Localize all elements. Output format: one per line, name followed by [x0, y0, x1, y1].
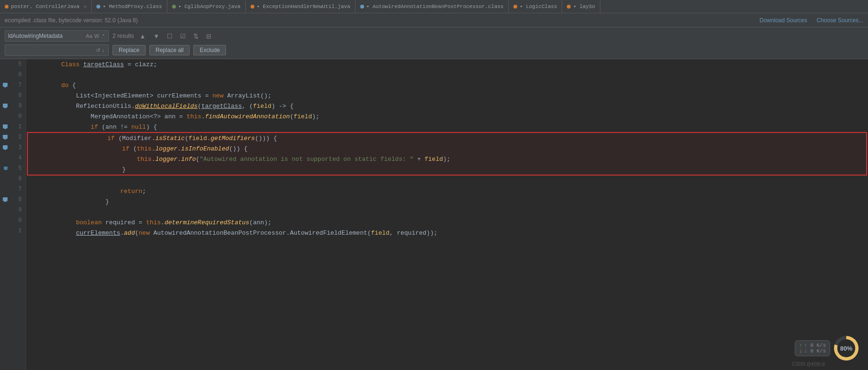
tab-controller[interactable]: poster. ControllerJava ✕: [0, 0, 92, 13]
exclude-button[interactable]: Exclude: [193, 45, 226, 55]
code-line-9: ReflectionUtils.doWithLocalFields(target…: [26, 101, 868, 111]
watermark: CSDN @程咬业: [792, 361, 825, 368]
replace-row: ↺ ↓ Replace Replace all Exclude: [5, 44, 863, 56]
line-num-21: 1: [0, 226, 26, 236]
line-num-13: 3: [0, 142, 26, 153]
line-num-12: 2: [0, 132, 26, 142]
code-line-5: Class targetClass = clazz;: [26, 59, 868, 70]
line-num-19: 9: [0, 205, 26, 215]
code-line-12: if (Modifier.isStatic(field.getModifiers…: [28, 133, 866, 143]
tab-dot: [5, 5, 9, 9]
line-num-15: 5: [0, 163, 26, 174]
download-speed-row: ↓ ↓ 0 K/s: [799, 348, 826, 354]
tab-methodproxy[interactable]: ▪ MethodProxy.class: [92, 0, 167, 13]
progress-value: 80%: [837, 339, 855, 357]
gutter: 5 6 7 8 9 0 1 2: [0, 59, 26, 370]
bookmark-icon: [3, 83, 8, 88]
line-num-18: 8: [0, 194, 26, 205]
code-line-20: boolean required = this.determineRequire…: [26, 217, 868, 228]
sort-btn[interactable]: ⇅: [191, 32, 200, 41]
line-num-8: 8: [0, 90, 26, 101]
search-row: Aa W .* 2 results ▲ ▼ ☐ ☑ ⇅ ⊟: [5, 30, 863, 42]
code-line-19: [26, 207, 868, 217]
bookmark-icon: [3, 145, 8, 150]
tab-label: ▪ laySo: [573, 4, 595, 9]
line-num-14: 4: [0, 153, 26, 163]
bookmark-icon: [3, 197, 8, 202]
line-num-7: 7: [0, 80, 26, 90]
upload-speed: ↑ 0 K/s: [804, 343, 826, 348]
upload-arrow-icon: ↑: [799, 343, 802, 348]
tab-dot: [172, 5, 176, 9]
bookmark-icon: [3, 135, 8, 140]
filter-btn[interactable]: ⊟: [204, 32, 213, 41]
tab-exception[interactable]: ▪ ExceptionHandlerNewUtil.java: [246, 0, 356, 13]
line-num-5: 5: [0, 59, 26, 70]
replace-field-container: ↺ ↓: [5, 44, 109, 56]
tab-autowired[interactable]: ▪ AutowiredAnnotationBeanPostProcessor.c…: [356, 0, 509, 13]
code-line-7: do {: [26, 80, 868, 90]
info-bar-actions: Download Sources Choose Sources...: [760, 17, 863, 24]
code-line-16: [26, 176, 868, 186]
results-count: 2 results: [113, 33, 134, 39]
download-arrow-icon: ↓: [799, 348, 802, 354]
tab-close[interactable]: ✕: [84, 4, 87, 9]
tab-dot: [567, 5, 571, 9]
replace-filter-btn[interactable]: ↓: [101, 47, 106, 53]
tab-cglib[interactable]: ▪ CglibAopProxy.java: [167, 0, 246, 13]
bottom-widget: ↑ ↑ 0 K/s ↓ ↓ 0 K/s 80%: [795, 336, 859, 361]
regex-btn[interactable]: .*: [100, 33, 105, 39]
code-line-10: MergedAnnotation<?> ann = this.findAutow…: [26, 111, 868, 122]
code-line-13: if (this.logger.isInfoEnabled()) {: [28, 143, 866, 154]
filter-by-type-btn[interactable]: ☑: [178, 32, 188, 41]
code-line-18: }: [26, 196, 868, 207]
upload-speed-row: ↑ ↑ 0 K/s: [799, 343, 826, 348]
bookmark-icon: [3, 104, 8, 108]
replace-input[interactable]: [8, 47, 95, 53]
tab-label: ▪ AutowiredAnnotationBeanPostProcessor.c…: [366, 4, 503, 9]
tab-label: poster. ControllerJava: [11, 4, 79, 9]
bookmark-small-icon: [4, 167, 8, 170]
tab-logic[interactable]: ▪ LogicClass: [509, 0, 562, 13]
search-input[interactable]: [8, 33, 85, 39]
progress-circle: 80%: [834, 336, 859, 361]
line-num-9: 9: [0, 101, 26, 111]
whole-word-btn[interactable]: W: [93, 33, 100, 39]
code-line-21: currElements.add(new AutowiredAnnotation…: [26, 228, 868, 238]
choose-sources-link[interactable]: Choose Sources...: [816, 17, 863, 24]
download-speed: ↓ 0 K/s: [804, 348, 826, 354]
line-num-17: 7: [0, 184, 26, 194]
code-line-8: List<InjectedElement> currElements = new…: [26, 90, 868, 101]
case-sensitive-btn[interactable]: Aa: [85, 33, 93, 39]
code-line-11: if (ann != null) {: [26, 122, 868, 132]
replace-all-button[interactable]: Replace all: [149, 45, 190, 55]
tab-bar: poster. ControllerJava ✕ ▪ MethodProxy.c…: [0, 0, 868, 13]
tab-dot: [513, 5, 517, 9]
code-area[interactable]: Class targetClass = clazz; do { List<Inj…: [26, 59, 868, 370]
tab-label: ▪ CglibAopProxy.java: [178, 4, 241, 9]
line-num-11: 1: [0, 122, 26, 132]
info-bar: ecompiled .class file, bytecode version:…: [0, 13, 868, 27]
next-result-btn[interactable]: ▼: [151, 32, 161, 41]
line-num-10: 0: [0, 111, 26, 122]
download-sources-link[interactable]: Download Sources: [760, 17, 807, 24]
tab-dot: [96, 5, 100, 9]
editor-container: 5 6 7 8 9 0 1 2: [0, 59, 868, 370]
bytecode-info: ecompiled .class file, bytecode version:…: [5, 17, 138, 24]
line-num-20: 0: [0, 215, 26, 226]
line-num-16: 6: [0, 174, 26, 184]
preserve-case-btn[interactable]: ↺: [95, 47, 101, 53]
tab-dot: [251, 5, 254, 9]
replace-button[interactable]: Replace: [113, 45, 146, 55]
tab-lay[interactable]: ▪ laySo: [562, 0, 600, 13]
search-field-container: Aa W .*: [5, 30, 109, 42]
code-line-6: [26, 70, 868, 80]
search-panel: Aa W .* 2 results ▲ ▼ ☐ ☑ ⇅ ⊟ ↺ ↓ Replac…: [0, 27, 868, 59]
line-num-6: 6: [0, 70, 26, 80]
speed-widget: ↑ ↑ 0 K/s ↓ ↓ 0 K/s: [795, 340, 830, 356]
code-line-17: return;: [26, 186, 868, 196]
open-in-editor-btn[interactable]: ☐: [165, 32, 174, 41]
bookmark-icon: [3, 124, 8, 129]
prev-result-btn[interactable]: ▲: [138, 32, 148, 41]
code-line-15: }: [28, 164, 866, 175]
